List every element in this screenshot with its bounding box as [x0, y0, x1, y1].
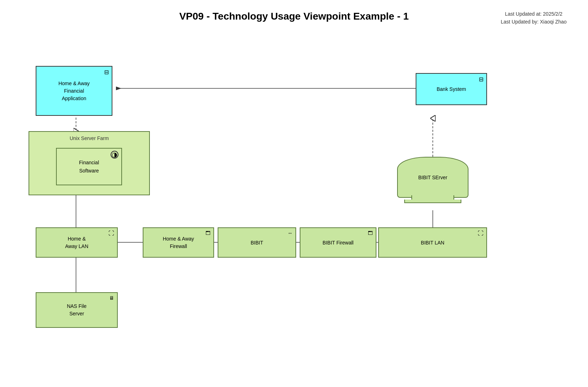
financial-software-node: ◑ Financial Software: [56, 148, 122, 185]
home-away-firewall-label: Home & Away Firewall: [163, 235, 194, 250]
nas-file-server-node: 🖥 NAS File Server: [36, 292, 118, 328]
home-away-financial-label: Home & Away Financial Application: [59, 80, 90, 102]
bibit-firewall-icon: 🗔: [368, 230, 373, 236]
bibit-firewall-node: 🗔 BIBIT Firewall: [300, 227, 376, 258]
bibit-server-label: BIBIT SErver: [418, 175, 447, 180]
page-title: VP09 - Technology Usage Viewpoint Exampl…: [179, 11, 409, 22]
home-away-firewall-node: 🗔 Home & Away Firewall: [143, 227, 214, 258]
last-updated-at: Last Updated at: 2025/2/2: [501, 10, 567, 18]
home-away-lan-icon: ⛶: [108, 230, 114, 237]
bank-system-label: Bank System: [437, 86, 466, 92]
home-away-financial-node: ⊟ Home & Away Financial Application: [36, 66, 112, 116]
bank-system-icon: ⊟: [479, 76, 483, 83]
home-away-firewall-icon: 🗔: [206, 230, 211, 236]
bibit-server-node: BIBIT SErver: [397, 157, 468, 198]
financial-software-label: Financial Software: [79, 159, 99, 175]
bank-system-node: ⊟ Bank System: [416, 73, 487, 105]
bibit-icon: ↔: [288, 230, 293, 236]
bibit-lan-icon: ⛶: [478, 230, 483, 237]
financial-app-icon: ⊟: [104, 69, 109, 76]
nas-file-server-icon: 🖥: [109, 295, 114, 301]
bibit-lan-label: BIBIT LAN: [421, 240, 445, 246]
last-updated-by: Last Updated by: Xiaoqi Zhao: [501, 18, 567, 26]
bibit-node: ↔ BIBIT: [218, 227, 296, 258]
bibit-label: BIBIT: [250, 240, 263, 246]
unix-server-farm-label: Unix Server Farm: [70, 135, 109, 141]
meta-info: Last Updated at: 2025/2/2 Last Updated b…: [501, 10, 567, 26]
financial-software-icon: ◑: [111, 151, 118, 159]
home-away-lan-label: Home & Away LAN: [65, 235, 88, 250]
bibit-lan-node: ⛶ BIBIT LAN: [378, 227, 487, 258]
unix-server-farm-node: Unix Server Farm ◑ Financial Software: [29, 131, 150, 195]
bibit-firewall-label: BIBIT Firewall: [323, 240, 354, 246]
home-away-lan-node: ⛶ Home & Away LAN: [36, 227, 118, 258]
nas-file-server-label: NAS File Server: [67, 303, 86, 318]
